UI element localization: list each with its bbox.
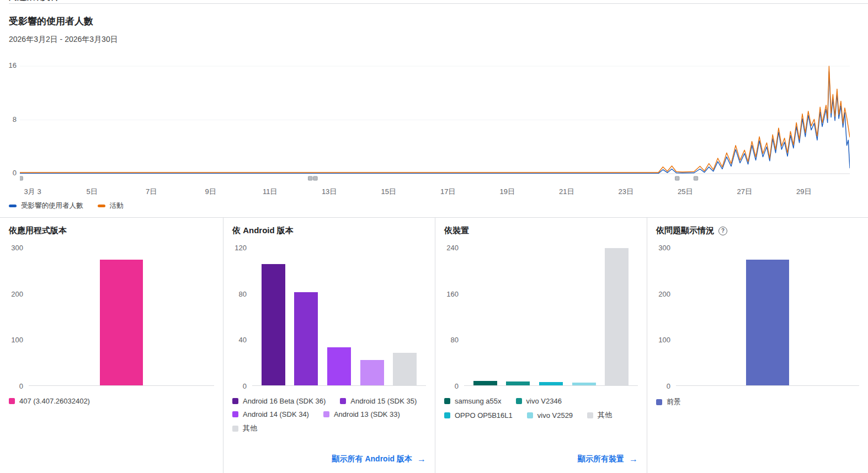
bar-plot bbox=[252, 247, 426, 386]
legend-label: OPPO OP5B16L1 bbox=[455, 411, 513, 420]
timeline-marker[interactable] bbox=[20, 176, 23, 180]
section-title: 受影響的使用者人數 bbox=[9, 15, 868, 28]
panel-title-app-version: 依應用程式版本 bbox=[9, 225, 67, 236]
line-chart-svg bbox=[20, 62, 850, 181]
legend-item: vivo V2346 bbox=[516, 397, 562, 405]
y-axis-label: 200 bbox=[11, 290, 23, 298]
timeline-marker[interactable] bbox=[313, 176, 317, 180]
show-all-android-versions-link[interactable]: 顯示所有 Android 版本 → bbox=[332, 454, 426, 464]
arrow-right-icon: → bbox=[629, 455, 638, 464]
bar-Android 14 (SDK 34) bbox=[327, 347, 351, 385]
x-axis-label: 15日 bbox=[364, 187, 413, 197]
bar-其他 bbox=[393, 353, 417, 385]
y-axis-label: 0 bbox=[19, 382, 23, 390]
x-axis-label: 5日 bbox=[67, 187, 117, 197]
bar-samsung a55x bbox=[473, 381, 497, 385]
legend-item: Android 14 (SDK 34) bbox=[232, 410, 309, 418]
legend-label: 其他 bbox=[243, 423, 257, 433]
show-all-devices-link[interactable]: 顯示所有裝置 → bbox=[578, 454, 638, 464]
legend-item: 活動 bbox=[98, 201, 124, 211]
legend-swatch-icon bbox=[232, 411, 238, 417]
link-row: 顯示所有 Android 版本 → bbox=[232, 454, 426, 464]
legend-label: samsung a55x bbox=[455, 397, 502, 405]
y-axis: 080160240 bbox=[444, 247, 464, 386]
y-axis-label: 16 bbox=[0, 61, 17, 69]
panel-issue-visibility: 依問題顯示情況 ? 0100200300 前景 bbox=[647, 218, 868, 473]
issue-visibility-legend: 前景 bbox=[656, 397, 859, 407]
y-axis-label: 100 bbox=[11, 336, 23, 344]
x-axis-label: 27日 bbox=[720, 187, 769, 197]
legend-item: 受影響的使用者人數 bbox=[9, 201, 83, 211]
legend-item: 其他 bbox=[587, 410, 612, 420]
x-axis-label: 21日 bbox=[542, 187, 592, 197]
device-legend: samsung a55xvivo V2346OPPO OP5B16L1vivo … bbox=[444, 397, 638, 420]
series-line bbox=[20, 66, 850, 173]
arrow-right-icon: → bbox=[417, 455, 426, 464]
legend-label: Android 16 Beta (SDK 36) bbox=[243, 397, 326, 405]
legend-label: vivo V2529 bbox=[537, 411, 573, 420]
bar-Android 15 (SDK 35) bbox=[294, 292, 318, 385]
legend-swatch-icon bbox=[444, 412, 450, 418]
app-version-bar-chart: 0100200300 bbox=[9, 243, 214, 386]
timeline-marker[interactable] bbox=[675, 176, 679, 180]
y-axis-label: 0 bbox=[243, 382, 247, 390]
legend-label: vivo V2346 bbox=[526, 397, 562, 405]
legend-label: Android 14 (SDK 34) bbox=[243, 410, 309, 418]
legend-swatch-icon bbox=[656, 399, 662, 405]
section-header: 問題詳細資料 受影響的使用者人數 2026年3月2日 - 2026年3月30日 bbox=[0, 0, 868, 45]
x-axis-label: 13日 bbox=[305, 187, 354, 197]
bar-其他 bbox=[605, 248, 629, 385]
clipped-page-heading: 問題詳細資料 bbox=[9, 0, 868, 2]
x-axis-label: 11日 bbox=[245, 187, 295, 197]
bar-Android 16 Beta (SDK 36) bbox=[262, 264, 285, 385]
panel-title-android-version: 依 Android 版本 bbox=[232, 225, 294, 236]
legend-label: 其他 bbox=[598, 410, 612, 420]
legend-item: Android 16 Beta (SDK 36) bbox=[232, 397, 326, 405]
legend-item: 其他 bbox=[232, 423, 257, 433]
timeline-marker[interactable] bbox=[694, 176, 697, 180]
bar-vivo V2346 bbox=[506, 381, 530, 385]
top-divider bbox=[9, 3, 868, 4]
x-axis-label: 29日 bbox=[779, 187, 829, 197]
y-axis-label: 0 bbox=[0, 169, 17, 177]
bar-407 (3.407.26032402) bbox=[100, 260, 143, 385]
help-icon[interactable]: ? bbox=[718, 227, 727, 235]
legend-item: Android 15 (SDK 35) bbox=[340, 397, 417, 405]
panel-device: 依裝置 080160240 samsung a55xvivo V2346OPPO… bbox=[435, 218, 647, 473]
panel-title-row: 依 Android 版本 bbox=[232, 225, 426, 236]
legend-label: 活動 bbox=[110, 201, 124, 211]
device-bar-chart: 080160240 bbox=[444, 243, 638, 386]
legend-label: Android 15 (SDK 35) bbox=[350, 397, 417, 405]
y-axis-label: 120 bbox=[235, 244, 247, 252]
legend-item: vivo V2529 bbox=[527, 411, 573, 420]
legend-label: 前景 bbox=[667, 397, 681, 407]
bar-plot bbox=[464, 247, 638, 386]
legend-swatch-icon bbox=[98, 205, 105, 207]
android-version-legend: Android 16 Beta (SDK 36)Android 15 (SDK … bbox=[232, 397, 426, 433]
panel-app-version: 依應用程式版本 0100200300 407 (3.407.26032402) bbox=[0, 218, 223, 473]
legend-item: 前景 bbox=[656, 397, 681, 407]
legend-label: 407 (3.407.26032402) bbox=[19, 397, 90, 405]
legend-label: 受影響的使用者人數 bbox=[21, 201, 83, 211]
x-axis-label: 17日 bbox=[423, 187, 473, 197]
y-axis-label: 80 bbox=[239, 290, 247, 298]
bar-plot bbox=[676, 247, 859, 386]
issue-visibility-bar-chart: 0100200300 bbox=[656, 243, 859, 386]
panel-title-row: 依裝置 bbox=[444, 225, 638, 236]
legend-swatch-icon bbox=[9, 398, 15, 404]
x-axis-label: 7日 bbox=[126, 187, 176, 197]
legend-label: Android 13 (SDK 33) bbox=[334, 410, 400, 418]
panel-android-version: 依 Android 版本 04080120 Android 16 Beta (S… bbox=[223, 218, 435, 473]
y-axis: 0100200300 bbox=[656, 247, 676, 386]
legend-swatch-icon bbox=[444, 398, 450, 404]
timeline-marker[interactable] bbox=[308, 176, 312, 180]
y-axis-label: 8 bbox=[0, 115, 17, 123]
android-version-bar-chart: 04080120 bbox=[232, 243, 426, 386]
bar-Android 13 (SDK 33) bbox=[360, 360, 384, 385]
legend-swatch-icon bbox=[9, 205, 17, 207]
x-axis-label: 25日 bbox=[661, 187, 710, 197]
y-axis: 04080120 bbox=[232, 247, 252, 386]
x-axis-label: 19日 bbox=[482, 187, 532, 197]
bar-vivo V2529 bbox=[572, 383, 596, 385]
legend-swatch-icon bbox=[232, 426, 238, 432]
